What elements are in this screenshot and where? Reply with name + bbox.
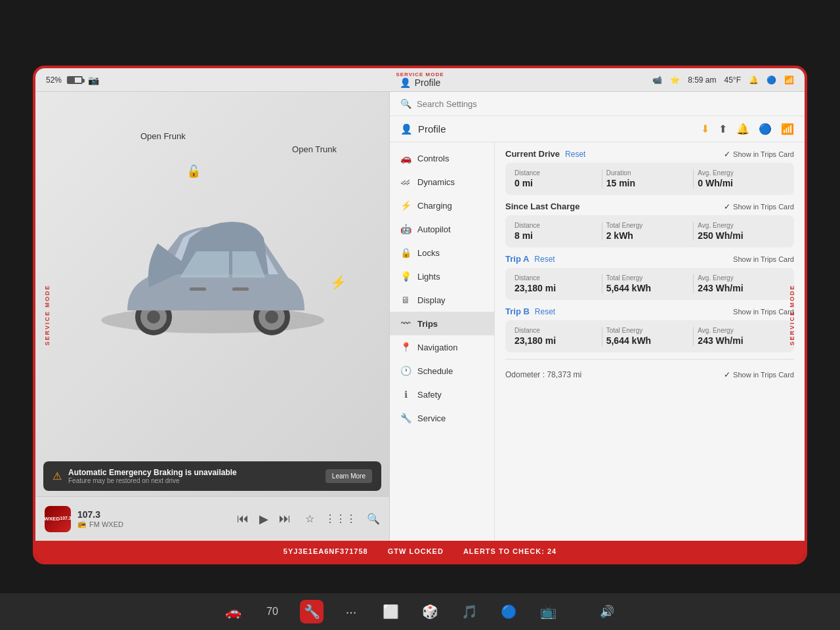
service-mode-label-right: SERVICE MODE: [789, 285, 796, 346]
trip-b-data: Distance 23,180 mi Total Energy 5,644 kW…: [505, 320, 794, 352]
trips-content: Current Drive Reset ✓ Show in Trips Card…: [495, 142, 805, 541]
sidebar-item-dynamics[interactable]: 🏎 Dynamics: [390, 170, 494, 194]
taskbar-grid-icon[interactable]: 🎲: [418, 600, 442, 623]
sidebar-item-controls[interactable]: 🚗 Controls: [390, 146, 494, 170]
taskbar-bluetooth-icon[interactable]: 🔵: [497, 600, 520, 623]
radio-station: 107.3: [77, 509, 230, 520]
current-drive-reset-button[interactable]: Reset: [565, 150, 585, 159]
trip-b-reset-button[interactable]: Reset: [535, 307, 555, 316]
taskbar-music-icon[interactable]: 🎵: [457, 600, 481, 623]
download-icon[interactable]: ⬇: [701, 123, 709, 135]
signal-profile-icon[interactable]: 📶: [781, 123, 794, 135]
search-radio-button[interactable]: 🔍: [367, 513, 380, 525]
trip-a-reset-button[interactable]: Reset: [534, 255, 555, 264]
safety-label: Safety: [417, 390, 442, 400]
radio-extra[interactable]: ☆ ⋮⋮⋮ 🔍: [305, 513, 380, 525]
trip-a-show-trips: ✓ Show in Trips Card: [724, 255, 794, 264]
svg-point-6: [265, 310, 278, 324]
taskbar-window-icon[interactable]: ⬜: [379, 600, 402, 623]
current-drive-check: ✓: [724, 150, 730, 159]
trip-a-name: Trip A: [505, 254, 529, 264]
alert-title: Automatic Emergency Braking is unavailab…: [68, 468, 319, 477]
top-status-bar: 52% 📷 SERVICE MODE 👤 Profile 📹 ⭐ 8:59 am…: [35, 68, 805, 92]
display-icon: 🖥: [400, 295, 411, 305]
lights-label: Lights: [417, 272, 440, 282]
odometer-check: ✓: [724, 370, 730, 379]
right-panel: 🔍 👤 Profile ⬇ ⬆ 🔔 🔵 📶: [390, 92, 805, 541]
equalizer-button[interactable]: ⋮⋮⋮: [325, 513, 356, 525]
sidebar-item-navigation[interactable]: 📍 Navigation: [390, 335, 494, 359]
trip-b-check: ✓: [724, 307, 730, 316]
since-last-charge-total-energy: Total Energy 2 kWh: [602, 222, 694, 241]
prev-track-button[interactable]: ⏮: [237, 512, 249, 526]
play-pause-button[interactable]: ▶: [259, 512, 268, 526]
learn-more-button[interactable]: Learn More: [326, 469, 372, 483]
trip-a-distance: Distance 23,180 mi: [514, 274, 602, 293]
locks-icon: 🔒: [400, 247, 411, 258]
taskbar: 🚗 70 🔧 ··· ⬜ 🎲 🎵 🔵 📺 🔊: [0, 593, 840, 630]
bell-profile-icon[interactable]: 🔔: [736, 123, 749, 135]
sidebar-item-service[interactable]: 🔧 Service: [390, 406, 494, 430]
navigation-label: Navigation: [417, 343, 457, 352]
sidebar-item-safety[interactable]: ℹ Safety: [390, 383, 494, 406]
sidebar-item-trips[interactable]: 〰 Trips: [390, 312, 494, 335]
trip-b-total-energy: Total Energy 5,644 kWh: [602, 327, 694, 346]
favorite-button[interactable]: ☆: [305, 513, 314, 525]
sidebar-item-display[interactable]: 🖥 Display: [390, 288, 494, 312]
since-last-charge-show-trips: ✓ Show in Trips Card: [724, 202, 794, 211]
profile-section-header: 👤 Profile: [400, 123, 446, 135]
autopilot-label: Autopilot: [417, 224, 451, 234]
taskbar-car-icon[interactable]: 🚗: [221, 600, 245, 623]
since-last-charge-title: Since Last Charge: [505, 201, 579, 211]
charging-icon: ⚡: [400, 200, 411, 211]
search-icon: 🔍: [400, 98, 411, 109]
svg-point-0: [101, 307, 324, 333]
taskbar-wrench-icon[interactable]: 🔧: [300, 600, 324, 623]
profile-label: Profile: [415, 77, 441, 88]
trip-a-avg-energy: Avg. Energy 243 Wh/mi: [694, 274, 785, 293]
sidebar-item-schedule[interactable]: 🕐 Schedule: [390, 359, 494, 383]
person-icon: 👤: [400, 77, 411, 88]
sidebar-item-lights[interactable]: 💡 Lights: [390, 264, 494, 288]
trip-b-show-trips: ✓ Show in Trips Card: [724, 307, 794, 316]
search-input[interactable]: [417, 99, 794, 109]
sidebar-item-locks[interactable]: 🔒 Locks: [390, 241, 494, 264]
lights-icon: 💡: [400, 271, 411, 282]
car-image: [88, 202, 337, 346]
trip-a-total-energy: Total Energy 5,644 kWh: [602, 274, 694, 293]
bluetooth-profile-icon[interactable]: 🔵: [759, 123, 772, 135]
sidebar-item-charging[interactable]: ⚡ Charging: [390, 194, 494, 217]
trip-a-data: Distance 23,180 mi Total Energy 5,644 kW…: [505, 268, 794, 300]
charging-label: Charging: [417, 201, 452, 211]
taskbar-tv-icon[interactable]: 📺: [536, 600, 560, 623]
since-last-charge-check: ✓: [724, 202, 730, 211]
svg-rect-8: [232, 287, 249, 291]
service-icon: 🔧: [400, 413, 411, 423]
safety-icon: ℹ: [400, 389, 411, 400]
settings-nav: 🚗 Controls 🏎 Dynamics ⚡ Charging 🤖 Autop…: [390, 142, 495, 541]
radio-bar: WXED 107.3 107.3 📻 FM WXED ⏮ ▶ ⏭ ☆: [35, 496, 389, 541]
service-mode-top-label: SERVICE MODE: [396, 72, 444, 77]
open-frunk-button[interactable]: Open Frunk: [140, 131, 186, 141]
navigation-icon: 📍: [400, 342, 411, 352]
odometer-show-trips: ✓ Show in Trips Card: [724, 370, 794, 379]
alert-icon: ⚠: [52, 470, 62, 482]
bell-icon: 🔔: [749, 75, 759, 85]
camera-icon: 📷: [88, 75, 99, 85]
profile-button[interactable]: 👤 Profile: [400, 77, 441, 88]
car-visualization: Open Frunk Open Trunk 🔓 ⚡: [35, 92, 389, 456]
top-bar-center: SERVICE MODE 👤 Profile: [396, 72, 444, 88]
upload-icon[interactable]: ⬆: [719, 123, 727, 135]
current-drive-avg-energy: Avg. Energy 0 Wh/mi: [694, 169, 785, 188]
clock: 8:59 am: [688, 75, 716, 85]
controls-label: Controls: [417, 154, 449, 163]
next-track-button[interactable]: ⏭: [279, 512, 291, 526]
taskbar-volume-icon[interactable]: 🔊: [595, 600, 619, 623]
taskbar-more-icon[interactable]: ···: [339, 600, 363, 623]
current-drive-duration: Duration 15 min: [602, 169, 694, 188]
sidebar-item-autopilot[interactable]: 🤖 Autopilot: [390, 217, 494, 241]
open-trunk-button[interactable]: Open Trunk: [292, 144, 337, 154]
radio-controls[interactable]: ⏮ ▶ ⏭: [237, 512, 291, 526]
alert-text: Automatic Emergency Braking is unavailab…: [68, 468, 319, 484]
trips-label: Trips: [417, 319, 438, 329]
